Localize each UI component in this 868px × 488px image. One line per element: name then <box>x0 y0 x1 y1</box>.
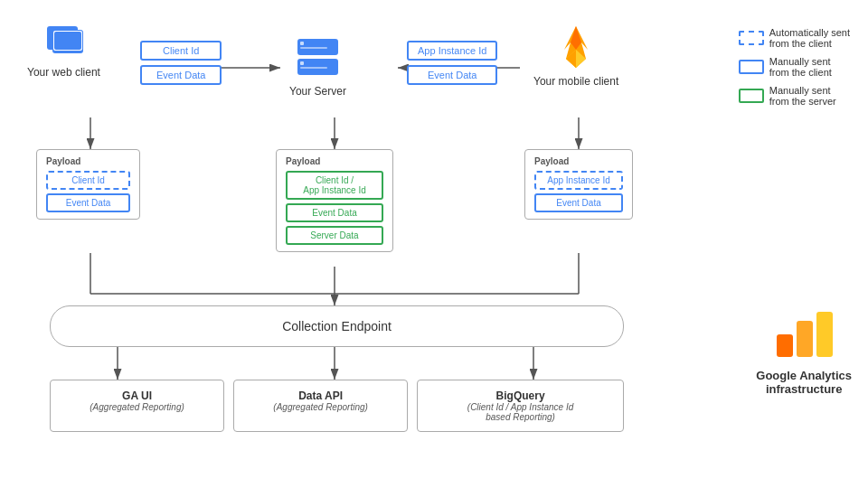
app-instance-id-box: App Instance Id <box>407 41 497 61</box>
payload-server-client-id: Client Id /App Instance Id <box>286 171 383 200</box>
mobile-event-data-box: Event Data <box>407 65 497 85</box>
legend-dashed-box <box>739 31 764 45</box>
svg-rect-17 <box>54 32 81 50</box>
svg-rect-24 <box>777 334 793 357</box>
payload-server-server-data: Server Data <box>286 226 383 245</box>
legend-solid-blue-box <box>739 60 764 74</box>
payload-web-event-data: Event Data <box>46 193 130 212</box>
server-icon <box>293 36 343 81</box>
output-data-api: Data API (Aggregated Reporting) <box>233 380 408 432</box>
mobile-client-block: Your mobile client <box>533 23 618 88</box>
payload-web: Payload Client Id Event Data <box>36 149 140 220</box>
svg-rect-23 <box>300 67 327 69</box>
legend: Automatically sent from the client Manua… <box>739 27 850 107</box>
svg-rect-19 <box>300 42 304 45</box>
svg-rect-22 <box>300 61 304 65</box>
payload-mobile-event-data: Event Data <box>534 193 623 212</box>
web-client-label: Your web client <box>27 66 100 79</box>
svg-rect-25 <box>797 321 813 357</box>
data-api-title: Data API <box>240 389 401 402</box>
svg-rect-20 <box>300 47 327 49</box>
web-client-block: Your web client <box>27 23 100 79</box>
bigquery-subtitle: (Client Id / App Instance Idbased Report… <box>423 402 618 422</box>
mobile-data-boxes: App Instance Id Event Data <box>407 41 497 85</box>
ga-infra-label: Google Analyticsinfrastructure <box>756 369 852 396</box>
diagram: Automatically sent from the client Manua… <box>0 0 868 488</box>
ga-infra-block: Google Analyticsinfrastructure <box>756 307 852 396</box>
legend-manual-server-label: Manually sentfrom the server <box>769 85 836 107</box>
bigquery-title: BigQuery <box>423 389 618 402</box>
legend-solid-green-box <box>739 89 764 103</box>
legend-auto-sent: Automatically sent from the client <box>739 27 850 49</box>
monitor-icon <box>40 23 87 62</box>
payload-server-label: Payload <box>286 156 383 166</box>
payload-server: Payload Client Id /App Instance Id Event… <box>276 149 393 252</box>
payload-web-label: Payload <box>46 156 130 166</box>
firebase-icon <box>555 23 597 71</box>
ga-ui-subtitle: (Aggregated Reporting) <box>56 402 218 412</box>
web-data-boxes: Client Id Event Data <box>140 41 222 85</box>
output-row: GA UI (Aggregated Reporting) Data API (A… <box>50 380 624 432</box>
payload-server-event-data: Event Data <box>286 203 383 222</box>
payload-mobile-label: Payload <box>534 156 623 166</box>
payload-mobile: Payload App Instance Id Event Data <box>524 149 633 220</box>
output-ga-ui: GA UI (Aggregated Reporting) <box>50 380 224 432</box>
web-client-id-box: Client Id <box>140 41 222 61</box>
web-event-data-box: Event Data <box>140 65 222 85</box>
legend-manual-server: Manually sentfrom the server <box>739 85 850 107</box>
legend-manual-client-label: Manually sentfrom the client <box>769 56 832 78</box>
data-api-subtitle: (Aggregated Reporting) <box>240 402 401 412</box>
ga-ui-title: GA UI <box>56 389 218 402</box>
collection-endpoint-label: Collection Endpoint <box>282 319 392 333</box>
server-block: Your Server <box>289 36 346 98</box>
legend-auto-label: Automatically sent from the client <box>769 27 850 49</box>
output-bigquery: BigQuery (Client Id / App Instance Idbas… <box>417 380 624 432</box>
ga-bar-chart-icon <box>772 307 835 361</box>
payload-mobile-app-instance: App Instance Id <box>534 171 623 190</box>
legend-manual-client: Manually sentfrom the client <box>739 56 850 78</box>
payload-web-client-id: Client Id <box>46 171 130 190</box>
svg-rect-26 <box>816 312 833 357</box>
mobile-client-label: Your mobile client <box>533 75 618 88</box>
server-label: Your Server <box>289 85 346 98</box>
collection-endpoint: Collection Endpoint <box>50 305 624 347</box>
